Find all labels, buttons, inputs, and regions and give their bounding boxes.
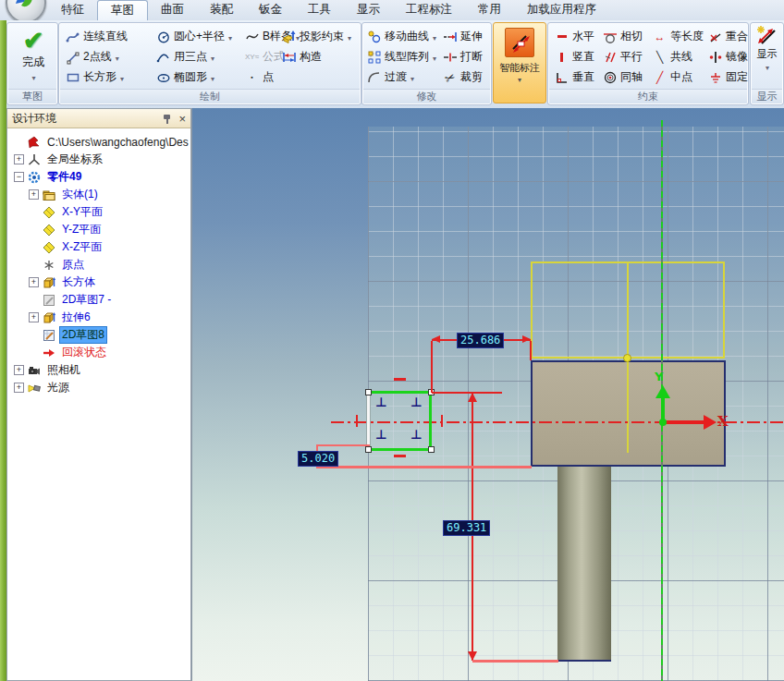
rectangle-button[interactable]: 长方形 (65, 67, 124, 87)
expand-icon[interactable]: + (29, 189, 39, 200)
cylinder-body[interactable] (557, 467, 611, 662)
move-curve-button[interactable]: 移动曲线 (366, 27, 436, 46)
coincident-constraint-button[interactable]: 重合 (707, 27, 748, 46)
vertex-handle[interactable] (365, 446, 372, 453)
extend-button[interactable]: 延伸 (442, 27, 483, 46)
tree-item-11[interactable]: 2D草图8 (8, 326, 190, 344)
parallel-constraint-button[interactable]: 平行 (602, 47, 643, 67)
tree-item-6[interactable]: X-Z平面 (8, 238, 190, 256)
tab-0[interactable]: 特征 (48, 0, 97, 20)
group-constraints: 水平 竖直 垂直 相切 平行 同轴 ↔ (547, 22, 749, 105)
tree-item-12[interactable]: 回滚状态 (8, 344, 190, 361)
extension-line (432, 392, 502, 394)
tree-item-0[interactable]: C:\Users\wangchaofeng\Des (8, 133, 190, 151)
concentric-constraint-icon (602, 70, 618, 85)
tab-9[interactable]: 加载应用程序 (514, 0, 609, 20)
expand-icon[interactable]: + (29, 277, 39, 287)
point-button[interactable]: ▪ 点 (244, 67, 274, 87)
tab-2[interactable]: 曲面 (148, 0, 197, 20)
vertex-handle[interactable] (365, 389, 372, 395)
tree-item-1[interactable]: +全局坐标系 (8, 151, 190, 168)
expand-icon[interactable]: + (29, 312, 39, 322)
tree-item-7[interactable]: 原点 (8, 256, 190, 274)
sketch-edge-right[interactable] (429, 391, 432, 451)
horizontal-constraint-button[interactable]: 水平 (554, 27, 594, 46)
perpendicular-symbol: ⊥ (375, 427, 387, 442)
tree-item-5[interactable]: Y-Z平面 (8, 221, 190, 238)
dimension-value-width[interactable]: 25.686 (457, 333, 504, 348)
fixed-constraint-button[interactable]: 固定 (707, 67, 748, 87)
equal-length-constraint-icon: ↔ (652, 30, 668, 44)
panel-title-bar[interactable]: 设计环境 × (7, 109, 190, 128)
tree-item-3[interactable]: +实体(1) (8, 186, 190, 203)
tangent-constraint-button[interactable]: 相切 (602, 27, 643, 46)
close-icon[interactable]: × (178, 114, 186, 124)
midpoint-constraint-button[interactable]: ╱ 中点 (652, 67, 692, 87)
concentric-constraint-button[interactable]: 同轴 (602, 67, 643, 87)
sketch-edge-left-selected[interactable] (367, 391, 370, 451)
tree-item-label: 长方体 (60, 274, 97, 290)
tab-1[interactable]: 草图 (97, 0, 148, 20)
sketch-edge-top[interactable] (369, 391, 432, 394)
trim-button[interactable]: ✂ 裁剪 (442, 67, 483, 87)
display-button[interactable]: 显示 (753, 25, 781, 86)
tab-5[interactable]: 工具 (295, 0, 344, 20)
app-window: 特征草图曲面装配钣金工具显示工程标注常用加载应用程序 ✔ 完成 草图 连续直线 … (0, 0, 784, 681)
tangent-constraint-icon (602, 30, 618, 44)
construction-button[interactable]: 构造 (281, 47, 322, 67)
dimension-arrow (468, 393, 477, 402)
vertex-handle[interactable] (428, 446, 435, 453)
two-point-line-button[interactable]: 2点线 (65, 47, 119, 67)
tab-6[interactable]: 显示 (344, 0, 393, 20)
tree-item-8[interactable]: +长方体 (8, 274, 190, 291)
extension-line (431, 341, 433, 393)
display-icon (756, 25, 778, 47)
formula-button[interactable]: XY≈ 公式 (244, 47, 285, 67)
tree-item-label: 原点 (60, 257, 86, 273)
projection-constraint-button[interactable]: 投影约束 (281, 27, 351, 46)
yellow-vertex-point[interactable] (623, 354, 631, 362)
expand-icon[interactable]: + (14, 154, 24, 164)
pin-icon[interactable] (162, 114, 172, 124)
expand-icon[interactable]: + (14, 365, 24, 375)
tree-item-2[interactable]: −零件49 (8, 168, 190, 186)
continuous-line-button[interactable]: 连续直线 (65, 27, 128, 46)
tree-item-label: Y-Z平面 (60, 222, 103, 237)
tab-8[interactable]: 常用 (465, 0, 514, 20)
tree-item-10[interactable]: +拉伸6 (8, 309, 190, 326)
linear-pattern-button[interactable]: 线型阵列 (366, 47, 436, 67)
dropdown-icon (227, 30, 232, 43)
fillet-button[interactable]: 过渡 (366, 67, 414, 87)
sketch-edge-bottom[interactable] (369, 448, 432, 451)
tree-item-13[interactable]: +照相机 (8, 361, 190, 379)
break-button[interactable]: 打断 (442, 47, 483, 67)
expand-icon[interactable]: + (14, 383, 24, 393)
tab-4[interactable]: 钣金 (246, 0, 295, 20)
button-label: 水平 (572, 29, 594, 44)
tree-item-label: C:\Users\wangchaofeng\Des (45, 136, 190, 149)
ellipse-button[interactable]: 椭圆形 (155, 67, 214, 87)
origin-point[interactable] (659, 419, 667, 426)
tree-item-label: 拉伸6 (60, 310, 92, 325)
equal-length-constraint-button[interactable]: ↔ 等长度 (652, 27, 704, 46)
vertical-constraint-button[interactable]: 竖直 (554, 47, 594, 67)
sketch-canvas[interactable]: ⊥ ⊥ ⊥ ⊥ 25.686 69.331 5.020 X Y (191, 108, 784, 681)
arc-three-point-button[interactable]: 用三点 (155, 47, 214, 67)
finish-button[interactable]: ✔ 完成 (13, 27, 54, 84)
dimension-value-height[interactable]: 69.331 (443, 520, 490, 536)
circle-center-radius-button[interactable]: 圆心+半径 (155, 27, 232, 46)
tree-item-14[interactable]: +光源 (8, 379, 190, 396)
tab-7[interactable]: 工程标注 (393, 0, 465, 20)
fillet-icon (366, 70, 382, 85)
smart-dimension-button[interactable]: 智能标注 ▾ (493, 22, 546, 103)
mirror-constraint-button[interactable]: 镜像 (707, 47, 748, 67)
tree-item-4[interactable]: X-Y平面 (8, 203, 190, 221)
formula-icon: XY≈ (244, 50, 260, 65)
tree-item-9[interactable]: 2D草图7 - (8, 291, 190, 309)
collinear-constraint-button[interactable]: ╲ 共线 (652, 47, 692, 67)
ellipse-icon (155, 70, 171, 85)
collapse-icon[interactable]: − (14, 172, 24, 182)
perpendicular-constraint-button[interactable]: 垂直 (554, 67, 594, 87)
tab-3[interactable]: 装配 (197, 0, 246, 20)
dimension-value-offset[interactable]: 5.020 (298, 451, 338, 467)
